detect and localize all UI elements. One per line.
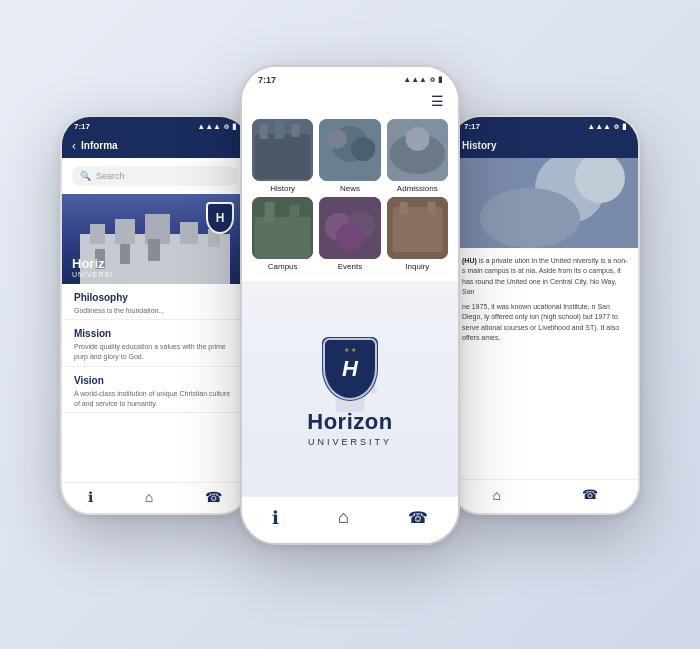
history-item[interactable]: History bbox=[252, 119, 313, 193]
right-nav-bar: History ☰ bbox=[452, 134, 638, 158]
center-status-icons: ▲▲▲ ⌾ ▮ bbox=[403, 75, 442, 84]
left-status-icons: ▲▲▲ ⌾ ▮ bbox=[197, 122, 236, 131]
left-bottom-nav: ℹ ⌂ ☎ bbox=[62, 482, 248, 513]
left-hero-image: H Horiz UNIVERSI bbox=[62, 194, 248, 284]
campus-item[interactable]: Campus bbox=[252, 197, 313, 271]
admissions-thumb bbox=[387, 119, 448, 181]
right-hamburger-icon[interactable]: ☰ bbox=[617, 139, 628, 153]
center-time: 7:17 bbox=[258, 75, 276, 85]
vision-section: Vision A world-class institution of uniq… bbox=[62, 367, 248, 414]
inquiry-label: Inquiry bbox=[405, 262, 429, 271]
phones-container: 7:17 ▲▲▲ ⌾ ▮ ‹ Informa 🔍 Search bbox=[40, 35, 660, 615]
battery-icon: ▮ bbox=[438, 75, 442, 84]
phone-nav-icon[interactable]: ☎ bbox=[205, 489, 222, 505]
info-nav-icon[interactable]: ℹ bbox=[88, 489, 93, 505]
center-info-icon[interactable]: ℹ bbox=[272, 507, 279, 529]
center-home-icon[interactable]: ⌂ bbox=[338, 507, 349, 528]
phone-left: 7:17 ▲▲▲ ⌾ ▮ ‹ Informa 🔍 Search bbox=[60, 115, 250, 515]
hero-text-overlay: Horiz UNIVERSI bbox=[72, 256, 113, 278]
search-icon: 🔍 bbox=[80, 171, 91, 181]
history-thumb bbox=[252, 119, 313, 181]
phone-right: 7:17 ▲▲▲ ⌾ ▮ History ☰ (HU) is a private… bbox=[450, 115, 640, 515]
right-text-content: (HU) is a private ution in the United ni… bbox=[452, 248, 638, 513]
center-shield-logo: ★★ H bbox=[322, 337, 378, 401]
grid-row-2: Campus Events Inquiry bbox=[252, 197, 448, 271]
battery-icon: ▮ bbox=[232, 122, 236, 131]
news-item[interactable]: News bbox=[319, 119, 380, 193]
right-home-icon[interactable]: ⌂ bbox=[492, 487, 500, 503]
grid-row-1: History News Admissions bbox=[252, 119, 448, 193]
right-signal-icon: ▲▲▲ bbox=[587, 122, 611, 131]
right-body-text-2: ne 1975, it was known ucational Institut… bbox=[462, 302, 628, 344]
history-label: History bbox=[270, 184, 295, 193]
events-item[interactable]: Events bbox=[319, 197, 380, 271]
events-label: Events bbox=[338, 262, 362, 271]
search-bar[interactable]: 🔍 Search bbox=[72, 166, 238, 186]
vision-text: A world-class institution of unique Chri… bbox=[74, 389, 236, 409]
right-nav-title: History bbox=[462, 140, 496, 151]
menu-grid: History News Admissions Campus bbox=[242, 113, 458, 281]
right-phone-icon[interactable]: ☎ bbox=[582, 487, 598, 502]
inquiry-thumb bbox=[387, 197, 448, 259]
admissions-item[interactable]: Admissions bbox=[387, 119, 448, 193]
inquiry-item[interactable]: Inquiry bbox=[387, 197, 448, 271]
philosophy-section: Philosophy Godliness is the foundation..… bbox=[62, 284, 248, 321]
right-status-icons: ▲▲▲ ⌾ ▮ bbox=[587, 122, 626, 131]
signal-icon: ▲▲▲ bbox=[197, 122, 221, 131]
right-bottom-nav: ⌂ ☎ bbox=[452, 479, 638, 513]
campus-thumb bbox=[252, 197, 313, 259]
center-status-bar: 7:17 ▲▲▲ ⌾ ▮ bbox=[242, 67, 458, 89]
splash-section: ★★ H Horizon UNIVERSITY bbox=[242, 281, 458, 496]
left-nav-bar: ‹ Informa bbox=[62, 134, 248, 158]
shield-stars: ★★ bbox=[344, 346, 356, 353]
signal-icon: ▲▲▲ bbox=[403, 75, 427, 84]
home-nav-icon[interactable]: ⌂ bbox=[145, 489, 153, 505]
shield-letter: H bbox=[216, 211, 225, 225]
left-time: 7:17 bbox=[74, 122, 90, 131]
right-status-bar: 7:17 ▲▲▲ ⌾ ▮ bbox=[452, 117, 638, 134]
shield-h-letter: H bbox=[342, 356, 358, 382]
philosophy-title: Philosophy bbox=[74, 292, 236, 303]
left-nav-title: Informa bbox=[81, 140, 118, 151]
right-hero-image bbox=[452, 158, 638, 248]
center-bottom-nav: ℹ ⌂ ☎ bbox=[242, 496, 458, 543]
back-arrow-icon[interactable]: ‹ bbox=[72, 139, 76, 153]
center-top-bar: ☰ bbox=[242, 89, 458, 113]
campus-label: Campus bbox=[268, 262, 298, 271]
right-body-text-1: (HU) is a private ution in the United ni… bbox=[462, 256, 628, 298]
search-placeholder: Search bbox=[96, 171, 125, 181]
wifi-icon: ⌾ bbox=[224, 122, 229, 131]
uni-name: Horiz bbox=[72, 256, 113, 271]
vision-title: Vision bbox=[74, 375, 236, 386]
left-status-bar: 7:17 ▲▲▲ ⌾ ▮ bbox=[62, 117, 248, 134]
hero-shield: H bbox=[206, 202, 234, 234]
news-label: News bbox=[340, 184, 360, 193]
mission-title: Mission bbox=[74, 328, 236, 339]
mission-section: Mission Provide quality education a valu… bbox=[62, 320, 248, 367]
right-battery-icon: ▮ bbox=[622, 122, 626, 131]
right-time: 7:17 bbox=[464, 122, 480, 131]
mission-text: Provide quality education a values with … bbox=[74, 342, 236, 362]
news-thumb bbox=[319, 119, 380, 181]
philosophy-text: Godliness is the foundation... bbox=[74, 306, 236, 316]
center-phone-icon[interactable]: ☎ bbox=[408, 508, 428, 527]
right-wifi-icon: ⌾ bbox=[614, 122, 619, 131]
wifi-icon: ⌾ bbox=[430, 75, 435, 84]
events-thumb bbox=[319, 197, 380, 259]
admissions-label: Admissions bbox=[397, 184, 438, 193]
phone-center: 7:17 ▲▲▲ ⌾ ▮ ☰ History bbox=[240, 65, 460, 545]
hamburger-icon[interactable]: ☰ bbox=[431, 93, 444, 109]
uni-sub: UNIVERSI bbox=[72, 271, 113, 278]
